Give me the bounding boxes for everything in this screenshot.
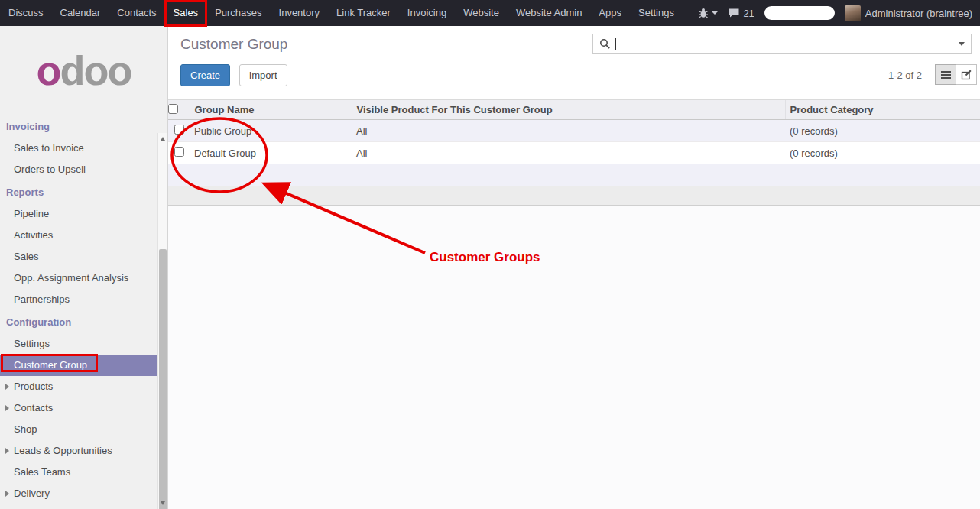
- table-footer-strip: [168, 186, 980, 206]
- table-body: Public GroupAll(0 records)Default GroupA…: [168, 120, 980, 186]
- chat-bubble-icon: [728, 8, 740, 18]
- cell-group-name: Public Group: [190, 120, 352, 142]
- cell-product-category: (0 records): [785, 142, 980, 164]
- sidebar-item-shop[interactable]: Shop: [0, 419, 158, 440]
- sidebar-item-orders-to-upsell[interactable]: Orders to Upsell: [0, 159, 158, 180]
- cell-visible-product-for-this-customer-group: All: [352, 120, 785, 142]
- table-header-row: Group NameVisible Product For This Custo…: [168, 100, 980, 120]
- sidebar-item-label: Activities: [14, 229, 53, 241]
- sidebar-item-label: Sales: [14, 251, 39, 262]
- pager: 1-2 of 2: [888, 70, 922, 81]
- sidebar-menu: InvoicingSales to InvoiceOrders to Upsel…: [0, 116, 167, 504]
- column-header-visible-product-for-this-customer-group[interactable]: Visible Product For This Customer Group: [352, 100, 785, 120]
- row-select-cell: [168, 120, 190, 142]
- top-navbar: DiscussCalendarContactsSalesPurchasesInv…: [0, 0, 980, 26]
- odoo-logo: odoo: [0, 26, 167, 115]
- table-row-public-group[interactable]: Public GroupAll(0 records): [168, 120, 980, 142]
- user-menu[interactable]: Administrator (braintree): [845, 5, 972, 21]
- nav-item-settings[interactable]: Settings: [630, 0, 683, 26]
- table-row-default-group[interactable]: Default GroupAll(0 records): [168, 142, 980, 164]
- edit-form-icon: [961, 70, 972, 80]
- chevron-down-icon: [712, 11, 718, 15]
- status-pill: [764, 6, 835, 20]
- cell-product-category: (0 records): [785, 120, 980, 142]
- content-header: Customer Group Create Import 1-2 of 2: [168, 26, 980, 99]
- scrollbar-thumb[interactable]: [159, 249, 167, 509]
- column-header-group-name[interactable]: Group Name: [190, 100, 352, 120]
- row-select-cell: [168, 142, 190, 164]
- sidebar-item-sales-to-invoice[interactable]: Sales to Invoice: [0, 138, 158, 159]
- sidebar-item-label: Customer Group: [14, 359, 87, 371]
- view-switcher: [935, 64, 977, 85]
- expand-arrow-icon: [5, 384, 9, 390]
- nav-item-inventory[interactable]: Inventory: [271, 0, 328, 26]
- sidebar-item-label: Shop: [14, 423, 37, 435]
- sidebar-item-label: Sales Teams: [14, 466, 70, 478]
- search-dropdown-icon[interactable]: [959, 42, 965, 46]
- list-view-button[interactable]: [935, 64, 956, 85]
- nav-item-purchases[interactable]: Purchases: [206, 0, 270, 26]
- bug-icon: [698, 8, 709, 18]
- row-checkbox[interactable]: [174, 147, 184, 157]
- sidebar-item-contacts[interactable]: Contacts: [0, 397, 158, 419]
- sidebar-item-partnerships[interactable]: Partnerships: [0, 289, 158, 310]
- sidebar-item-customer-group[interactable]: Customer Group: [0, 355, 158, 376]
- nav-item-discuss[interactable]: Discuss: [0, 0, 52, 26]
- sidebar-item-label: Partnerships: [14, 293, 70, 305]
- row-checkbox[interactable]: [174, 125, 184, 135]
- form-view-button[interactable]: [956, 64, 977, 85]
- empty-row: [168, 164, 980, 186]
- scroll-up-icon[interactable]: [161, 137, 165, 141]
- search-input[interactable]: [621, 34, 954, 53]
- nav-items: DiscussCalendarContactsSalesPurchasesInv…: [0, 0, 683, 26]
- page-title: Customer Group: [180, 36, 287, 53]
- sidebar-item-label: Leads & Opportunities: [14, 445, 112, 456]
- sidebar-item-label: Settings: [14, 338, 50, 349]
- cell-visible-product-for-this-customer-group: All: [352, 142, 785, 164]
- user-name: Administrator (braintree): [865, 8, 972, 19]
- nav-item-calendar[interactable]: Calendar: [52, 0, 109, 26]
- sidebar-item-label: Delivery: [14, 488, 50, 499]
- nav-item-website-admin[interactable]: Website Admin: [508, 0, 590, 26]
- nav-item-sales[interactable]: Sales: [165, 0, 207, 26]
- sidebar-item-pipeline[interactable]: Pipeline: [0, 203, 158, 225]
- sidebar-item-opp-assignment-analysis[interactable]: Opp. Assignment Analysis: [0, 267, 158, 289]
- sidebar-item-leads-opportunities[interactable]: Leads & Opportunities: [0, 440, 158, 462]
- column-header-product-category[interactable]: Product Category: [785, 100, 980, 120]
- sidebar-item-sales-teams[interactable]: Sales Teams: [0, 462, 158, 483]
- scroll-down-icon[interactable]: [161, 501, 165, 505]
- logo-rest: doo: [60, 50, 131, 91]
- sidebar-item-delivery[interactable]: Delivery: [0, 483, 158, 504]
- search-cursor: [615, 38, 616, 50]
- search-box: [592, 34, 972, 54]
- sidebar: odoo InvoicingSales to InvoiceOrders to …: [0, 26, 168, 509]
- nav-item-website[interactable]: Website: [455, 0, 508, 26]
- sidebar-section-invoicing: Invoicing: [0, 116, 167, 138]
- debug-menu[interactable]: [698, 8, 718, 18]
- sidebar-item-activities[interactable]: Activities: [0, 225, 158, 246]
- nav-item-invoicing[interactable]: Invoicing: [399, 0, 455, 26]
- cell-group-name: Default Group: [190, 142, 352, 164]
- sidebar-item-sales[interactable]: Sales: [0, 246, 158, 267]
- sidebar-section-configuration: Configuration: [0, 312, 167, 333]
- sidebar-item-products[interactable]: Products: [0, 376, 158, 397]
- sidebar-item-label: Sales to Invoice: [14, 142, 84, 154]
- navbar-right: 21 Administrator (braintree): [698, 0, 980, 26]
- sidebar-scrollbar[interactable]: [157, 133, 167, 509]
- messages-menu[interactable]: 21: [728, 8, 754, 19]
- create-button[interactable]: Create: [180, 64, 230, 86]
- action-buttons: Create Import: [180, 64, 287, 86]
- sidebar-section-reports: Reports: [0, 182, 167, 203]
- user-avatar: [845, 5, 861, 21]
- sidebar-item-label: Products: [14, 381, 53, 392]
- sidebar-item-settings[interactable]: Settings: [0, 333, 158, 355]
- nav-item-apps[interactable]: Apps: [590, 0, 630, 26]
- expand-arrow-icon: [5, 405, 9, 411]
- expand-arrow-icon: [5, 448, 9, 454]
- select-all-checkbox[interactable]: [168, 104, 178, 114]
- logo-first-letter: o: [37, 50, 60, 91]
- nav-item-link-tracker[interactable]: Link Tracker: [328, 0, 399, 26]
- nav-item-contacts[interactable]: Contacts: [109, 0, 164, 26]
- sidebar-item-label: Pipeline: [14, 208, 49, 219]
- import-button[interactable]: Import: [239, 64, 287, 86]
